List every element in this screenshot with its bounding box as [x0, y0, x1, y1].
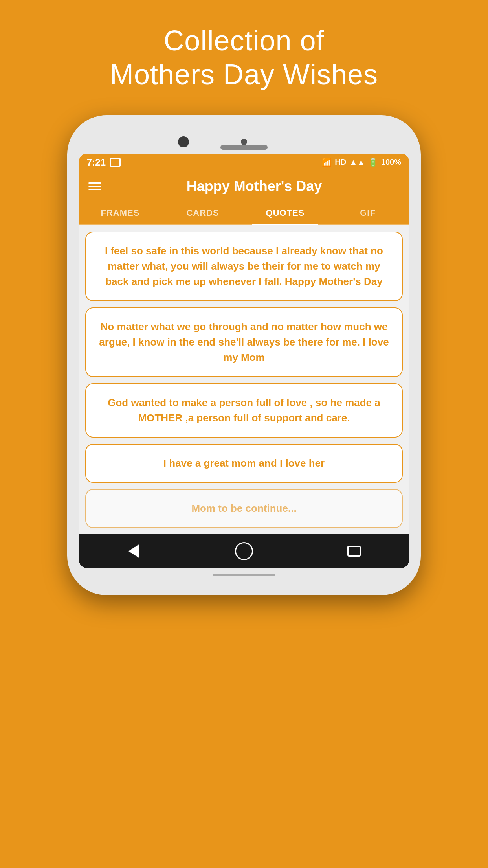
- battery-percent: 100%: [381, 158, 401, 167]
- quotes-list: I feel so safe in this world because I a…: [79, 225, 409, 534]
- page-title: Collection of Mothers Day Wishes: [110, 24, 378, 92]
- wifi-icon: 📶: [322, 158, 332, 167]
- phone-sensor-icon: [178, 136, 189, 147]
- phone-top: [79, 127, 409, 154]
- quote-card-2[interactable]: No matter what we go through and no matt…: [85, 307, 403, 377]
- back-icon: [128, 544, 139, 558]
- recents-button[interactable]: [344, 541, 364, 561]
- tab-quotes[interactable]: QUOTES: [244, 202, 327, 224]
- toolbar: Happy Mother's Day: [79, 171, 409, 202]
- phone-speaker: [220, 145, 268, 150]
- quote-text-5: Mom to be continue...: [95, 501, 393, 516]
- status-bar: 7:21 📶 HD ▲▲ 🔋 100%: [79, 154, 409, 171]
- phone-screen: 7:21 📶 HD ▲▲ 🔋 100% Happy Mother's Day F…: [79, 154, 409, 568]
- quote-card-5[interactable]: Mom to be continue...: [85, 489, 403, 528]
- quote-card-1[interactable]: I feel so safe in this world because I a…: [85, 232, 403, 301]
- signal-icon: ▲▲: [349, 158, 365, 167]
- tab-cards[interactable]: CARDS: [161, 202, 244, 224]
- back-button[interactable]: [124, 541, 144, 561]
- hd-badge: HD: [335, 158, 346, 167]
- menu-line-3: [88, 189, 101, 190]
- status-right: 📶 HD ▲▲ 🔋 100%: [322, 158, 401, 167]
- phone-camera-icon: [241, 139, 247, 145]
- quote-text-4: I have a great mom and I love her: [95, 456, 393, 471]
- status-indicator-icon: [110, 158, 121, 167]
- quote-text-2: No matter what we go through and no matt…: [95, 319, 393, 365]
- menu-line-2: [88, 186, 101, 187]
- toolbar-title: Happy Mother's Day: [109, 178, 400, 195]
- status-left: 7:21: [87, 157, 121, 168]
- battery-icon: 🔋: [368, 158, 378, 167]
- quote-text-3: God wanted to make a person full of love…: [95, 395, 393, 426]
- nav-tabs: FRAMES CARDS QUOTES GIF: [79, 202, 409, 225]
- quote-card-3[interactable]: God wanted to make a person full of love…: [85, 383, 403, 438]
- menu-button[interactable]: [88, 182, 101, 190]
- home-button[interactable]: [234, 541, 254, 561]
- phone-device: 7:21 📶 HD ▲▲ 🔋 100% Happy Mother's Day F…: [67, 115, 421, 595]
- status-time: 7:21: [87, 157, 106, 168]
- tab-gif[interactable]: GIF: [327, 202, 409, 224]
- quote-text-1: I feel so safe in this world because I a…: [95, 243, 393, 289]
- menu-line-1: [88, 182, 101, 184]
- bottom-nav-bar: [79, 534, 409, 568]
- quote-card-4[interactable]: I have a great mom and I love her: [85, 444, 403, 483]
- home-icon: [235, 542, 253, 560]
- phone-home-area: [79, 568, 409, 583]
- tab-frames[interactable]: FRAMES: [79, 202, 161, 224]
- recents-icon: [347, 546, 361, 557]
- home-indicator: [213, 574, 275, 576]
